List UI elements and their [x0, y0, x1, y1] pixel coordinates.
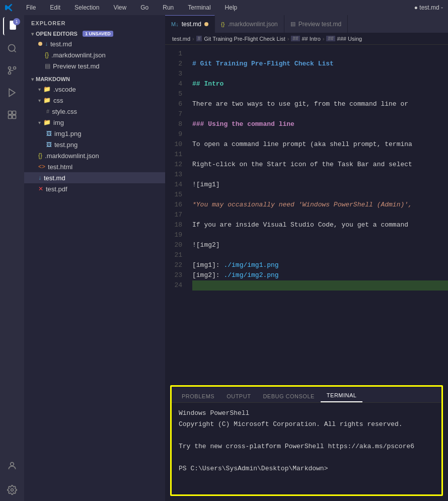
unsaved-badge: 1 [13, 18, 20, 25]
svg-line-2 [14, 50, 16, 52]
terminal-panel: PROBLEMS OUTPUT DEBUG CONSOLE TERMINAL W… [170, 385, 443, 496]
open-editors-section[interactable]: ▾ OPEN EDITORS 1 UNSAVED [24, 29, 165, 38]
tab-test-md[interactable]: M↓ test.md [165, 15, 215, 33]
open-file-preview[interactable]: ▤ Preview test.md [24, 60, 165, 71]
file-icon-md: ↓ [45, 40, 48, 47]
menu-terminal[interactable]: Terminal [185, 3, 213, 12]
editor-line-12: Right-click on the Start icon of the Tas… [192, 160, 448, 170]
terminal-line-4: Try the new cross-platform PowerShell ht… [179, 441, 434, 452]
tree-item-testpdf[interactable]: ✕ test.pdf [24, 183, 165, 194]
tab-md-icon: M↓ [171, 21, 179, 27]
folder-icon-vscode: 📁 [43, 86, 51, 93]
content-area: M↓ test.md {} .markdownlint.json ▤ Previ… [165, 15, 448, 501]
tree-item-testpng[interactable]: 🖼 test.png [24, 139, 165, 150]
tree-item-testhtml[interactable]: <> test.html [24, 161, 165, 172]
svg-rect-10 [13, 115, 16, 119]
source-control-activity-icon[interactable] [3, 61, 21, 80]
folder-icon-css: 📁 [43, 97, 51, 104]
tab-label-preview: Preview test.md [298, 21, 341, 28]
main-layout: 1 EXPLORER ▾ OPEN EDITORS 1 UNSAVED [0, 15, 448, 501]
line-numbers: 123456 789101112 131415161718 1920212223… [165, 45, 187, 380]
editor-line-14: ![img1] [192, 180, 448, 190]
editor-line-22: [img1]: ./img/img1.png [192, 260, 448, 270]
tab-json-icon: {} [221, 21, 225, 27]
tree-item-style-css[interactable]: # style.css [24, 106, 165, 117]
vscode-logo [5, 4, 13, 12]
editor-line-20: ![img2] [192, 240, 448, 250]
menu-selection[interactable]: Selection [71, 3, 102, 12]
editor-content[interactable]: # Git Training Pre-Flight Check List ## … [187, 45, 448, 380]
tree-item-vscode[interactable]: ▾ 📁 .vscode [24, 84, 165, 95]
svg-marker-6 [9, 89, 15, 97]
markdown-chevron: ▾ [31, 77, 34, 82]
files-activity-icon[interactable]: 1 [3, 17, 21, 35]
editor-container[interactable]: 123456 789101112 131415161718 1920212223… [165, 45, 448, 380]
breadcrumb-icon1: # [196, 36, 202, 41]
tab-terminal[interactable]: TERMINAL [321, 389, 363, 402]
tree-label-markdownlint: .markdownlint.json [45, 152, 99, 160]
editor-line-9 [192, 129, 448, 139]
terminal-content[interactable]: Windows PowerShell Copyright (C) Microso… [172, 403, 441, 494]
menu-help[interactable]: Help [222, 3, 241, 12]
svg-point-3 [9, 67, 11, 69]
account-activity-icon[interactable] [3, 457, 21, 475]
hash-icon: # [46, 108, 49, 114]
menu-go[interactable]: Go [137, 3, 152, 12]
tab-debug-console[interactable]: DEBUG CONSOLE [257, 390, 320, 402]
tree-item-img1[interactable]: 🖼 img1.png [24, 128, 165, 139]
modified-dot [38, 42, 42, 46]
pdf-icon: ✕ [38, 185, 43, 192]
editor-line-24 [192, 280, 448, 291]
extensions-activity-icon[interactable] [3, 106, 21, 124]
breadcrumb-file: test.md [172, 36, 190, 42]
markdown-folder-section[interactable]: ▾ MARKDOWN [24, 75, 165, 84]
tab-label-markdownlint: .markdownlint.json [228, 21, 277, 28]
svg-rect-9 [9, 115, 12, 119]
tree-label-vscode: .vscode [53, 86, 76, 93]
open-file-markdownlint[interactable]: {} .markdownlint.json [24, 49, 165, 60]
terminal-line-5 [179, 452, 434, 463]
window-title: ● test.md - [414, 4, 443, 11]
open-editors-chevron: ▾ [31, 31, 34, 37]
settings-activity-icon[interactable] [3, 481, 21, 499]
unsaved-count-badge: 1 UNSAVED [83, 31, 113, 37]
breadcrumb: test.md › # Git Training Pre-Flight Chec… [165, 33, 448, 45]
tab-preview-icon: ▤ [290, 21, 295, 27]
menu-run[interactable]: Run [160, 3, 177, 12]
tree-item-img[interactable]: ▾ 📁 img [24, 117, 165, 128]
image-icon-testpng: 🖼 [46, 141, 52, 148]
folder-icon-img: 📁 [43, 119, 51, 126]
run-activity-icon[interactable] [3, 84, 21, 102]
tab-problems[interactable]: PROBLEMS [176, 390, 220, 402]
editor-line-7 [192, 109, 448, 119]
breadcrumb-h2: ## Intro [302, 36, 321, 42]
menu-file[interactable]: File [23, 3, 39, 12]
breadcrumb-icon3: ## [326, 36, 335, 41]
editor-line-16: *You may occasionally need 'Windows Powe… [192, 200, 448, 210]
open-file-test-md[interactable]: ↓ test.md [24, 38, 165, 49]
editor-line-17 [192, 210, 448, 220]
panel-tabs: PROBLEMS OUTPUT DEBUG CONSOLE TERMINAL [172, 387, 441, 403]
sidebar-header: EXPLORER [24, 15, 165, 29]
tree-label-img1: img1.png [54, 130, 81, 137]
sidebar: EXPLORER ▾ OPEN EDITORS 1 UNSAVED ↓ test… [24, 15, 165, 501]
search-activity-icon[interactable] [3, 39, 21, 57]
breadcrumb-icon2: ## [291, 36, 300, 41]
menu-edit[interactable]: Edit [47, 3, 63, 12]
tab-markdownlint[interactable]: {} .markdownlint.json [215, 15, 284, 33]
tree-label-testpdf: test.pdf [46, 185, 67, 193]
tab-preview[interactable]: ▤ Preview test.md [284, 15, 348, 33]
tree-item-css[interactable]: ▾ 📁 css [24, 95, 165, 106]
tree-label-testmd: test.md [44, 174, 65, 182]
breadcrumb-h1: Git Training Pre-Flight Check List [204, 36, 285, 42]
tree-item-markdownlint[interactable]: {} .markdownlint.json [24, 150, 165, 161]
tree-item-testmd[interactable]: ↓ test.md [24, 172, 165, 183]
titlebar: File Edit Selection View Go Run Terminal… [0, 0, 448, 15]
svg-point-5 [14, 67, 16, 69]
svg-point-12 [11, 489, 14, 491]
tab-output[interactable]: OUTPUT [220, 390, 257, 402]
menu-view[interactable]: View [110, 3, 129, 12]
editor-line-5 [192, 89, 448, 99]
open-editors-label: OPEN EDITORS [36, 31, 78, 37]
file-icon-preview: ▤ [45, 62, 50, 69]
